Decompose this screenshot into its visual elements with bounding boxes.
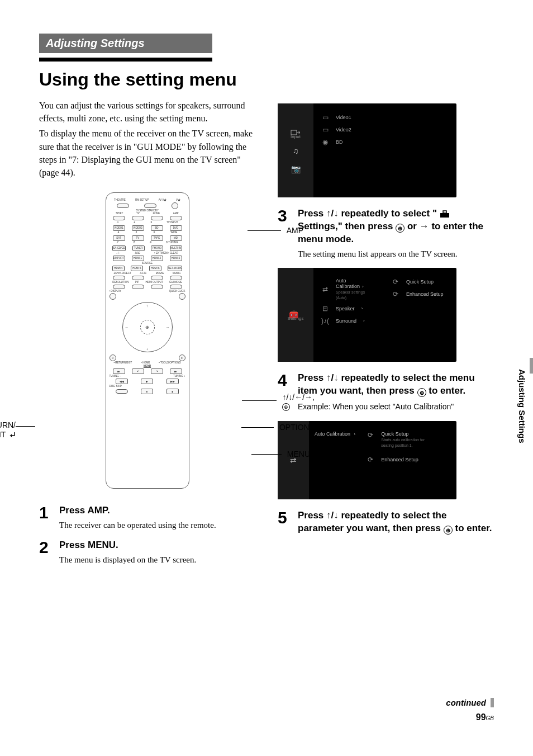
rl-shift: SHIFT (116, 212, 123, 215)
step-3-text: The setting menu list appears on the TV … (298, 248, 494, 260)
rn3-3: .9 (149, 242, 151, 244)
rl-tuning-plus: TUNING + (173, 375, 185, 378)
tv3-right-1: Enhanced Setup (381, 457, 418, 462)
right-column: Input ♫ 📷 ▭ Video1 ▭ Video2 ◉ BD (278, 99, 494, 574)
tv2-right-1: Enhanced Setup (406, 291, 444, 297)
rl-menu: MENU (144, 365, 151, 368)
side-tab: Adjusting Settings (511, 369, 533, 443)
rb-network: NET-WORK (168, 266, 182, 271)
remote-label-rmsetup: RM SET UP (135, 199, 149, 202)
rg1: 2CH/A.DIRECT (113, 272, 131, 275)
rb-hdmi3: HDMI 3 (170, 256, 182, 261)
callout-return: RETURN/ EXIT (0, 420, 16, 440)
tv3-right-0-sub1: Starts auto calibration for (381, 438, 425, 442)
rl-quick: QUICK CLICK (169, 290, 185, 293)
callout-amp: AMP (287, 226, 303, 235)
continued-label: continued (446, 698, 494, 707)
rh1: RESOLUTION (112, 281, 129, 284)
rl-amp: AMP (173, 212, 179, 215)
rb-movie (151, 276, 163, 280)
s4-arrows: ↑/↓ (326, 372, 339, 383)
rl-zone: ZONE (153, 212, 160, 215)
refresh-icon: ⟳ (389, 278, 402, 286)
page-footer: continued 99GB (446, 698, 494, 722)
tv-screenshot-input: Input ♫ 📷 ▭ Video1 ▭ Video2 ◉ BD (278, 103, 456, 197)
rh3: HDMI OUTPUT (145, 281, 163, 284)
rn3-1: .7 (116, 242, 118, 244)
s3-mid2: ," then press (335, 221, 396, 231)
page-number: 99GB (446, 712, 494, 722)
step-1-text: The receiver can be operated using the r… (59, 519, 255, 531)
tv3-right-0: Quick Setup (381, 431, 408, 437)
rb-discskip (116, 389, 128, 394)
callout-return-label2: EXIT (0, 430, 8, 439)
step-3-title: Press ↑/↓ repeatedly to select " Setting… (298, 207, 494, 246)
remote-label-power: I/⏻ (176, 199, 180, 202)
rb-dvd: DVD (170, 225, 182, 231)
s3-iconlabel: Settings (298, 221, 335, 231)
vcr-icon: ▭ (319, 126, 331, 134)
remote-dpad: ↑ ↓ ← → ⊕ (122, 302, 173, 352)
step-5: 5 Press ↑/↓ repeatedly to select the par… (278, 509, 494, 537)
s4-pre: Press (298, 372, 326, 383)
rn1-3: .3 (150, 221, 152, 224)
tv1-item0: Video1 (336, 115, 451, 120)
tab-marker (530, 358, 533, 374)
callout-arrows-label: ↑/↓/←/→, (282, 393, 315, 401)
step-2-title: Press MENU. (59, 539, 255, 552)
intro-paragraph-1: You can adjust the various settings for … (39, 99, 255, 125)
rg2: A.F.D. (140, 272, 147, 275)
rl-tv: TV (136, 212, 140, 215)
tv1-item2: BD (336, 139, 451, 145)
s3-pre: Press (298, 208, 326, 219)
remote-btn-rm (144, 204, 156, 208)
s5-post: to enter. (453, 523, 492, 533)
rl-discskip: DISC SKIP (110, 385, 122, 388)
svg-rect-2 (443, 211, 446, 213)
rn1-1: .1 (117, 221, 119, 224)
rh4: GUI MODE (169, 281, 182, 284)
chev-icon: › (361, 306, 363, 311)
auto-cal-icon: ⇄ (319, 285, 331, 293)
rb-bd: BD (151, 225, 163, 231)
rb-ff: ▶▶ (166, 379, 179, 384)
tv2-left-0-sub: Speaker settings (Auto) (336, 290, 365, 300)
remote-label-theatre: THEATRE (114, 199, 126, 202)
left-column: You can adjust the various settings for … (39, 99, 255, 574)
return-arrow-icon (8, 432, 16, 438)
chev-icon: › (362, 284, 364, 289)
s5-arrows: ↑/↓ (326, 510, 339, 521)
tv2-left-0: Auto Calibration (336, 278, 360, 289)
enter-icon: ⊕ (417, 388, 426, 397)
rd-c: .0/10 (135, 252, 140, 255)
rn2-3: .6 (153, 231, 155, 234)
step-3: 3 Press ↑/↓ repeatedly to select " Setti… (278, 207, 494, 260)
arrow-right-icon: → (166, 325, 170, 329)
rl-tuning-minus: TUNING – (110, 375, 121, 378)
toolbox-icon (440, 210, 450, 218)
rb-prev: ⏮ (113, 368, 125, 374)
tv-screenshot-autocal: ⇄ Auto Calibration › ⟳ Quick Setup Start… (278, 421, 456, 499)
enter-center-icon: ⊕ (140, 320, 155, 334)
s5-pre: Press (298, 510, 326, 521)
step-5-title: Press ↑/↓ repeatedly to select the param… (298, 509, 494, 535)
rb-rew: ◀◀ (116, 379, 128, 384)
arrow-left-icon: ← (125, 325, 129, 329)
refresh-icon: ⟳ (364, 456, 377, 464)
rb-next: ⏭ (170, 368, 182, 374)
arrow-up-icon: ↑ (146, 304, 149, 308)
rb-sacd: SA-CD/CD (112, 245, 126, 251)
rb-phono: PHONO (151, 245, 163, 251)
section-underline (39, 58, 212, 62)
rg4: MUSIC (173, 272, 181, 275)
rh2: PIP (135, 281, 139, 284)
rb-display (110, 293, 116, 300)
step-num-1: 1 (39, 504, 54, 531)
rb-hdmi5: HDMI 5 (131, 266, 143, 271)
rb-amp (170, 216, 182, 220)
enter-icon: ⊕ (444, 526, 453, 535)
speaker-layout-icon: ⊟ (319, 305, 331, 313)
tv2-right-0: Quick Setup (406, 279, 434, 285)
step-num-5: 5 (278, 509, 292, 537)
chev-icon: › (354, 432, 356, 437)
